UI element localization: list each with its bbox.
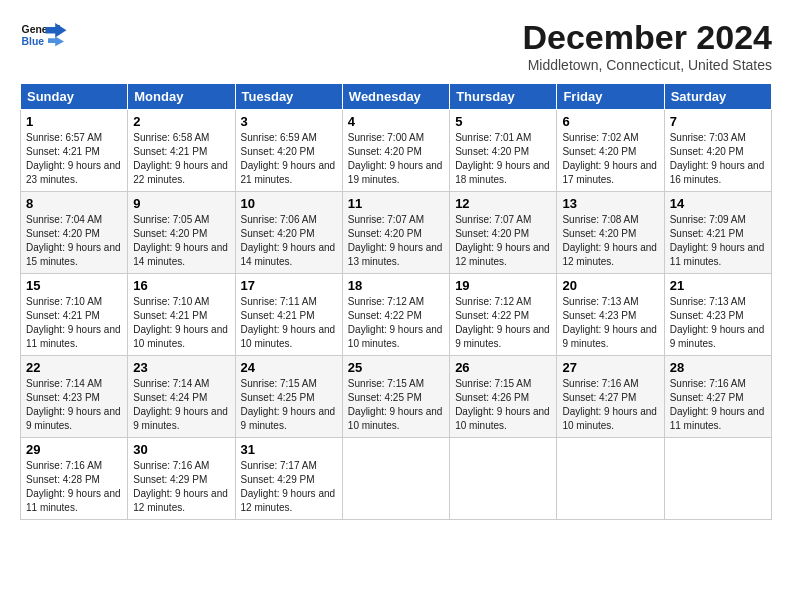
day-number: 11 bbox=[348, 196, 444, 211]
day-info: Sunrise: 7:09 AMSunset: 4:21 PMDaylight:… bbox=[670, 213, 766, 269]
day-number: 20 bbox=[562, 278, 658, 293]
calendar-cell: 25Sunrise: 7:15 AMSunset: 4:25 PMDayligh… bbox=[342, 356, 449, 438]
calendar-cell bbox=[557, 438, 664, 520]
calendar-cell: 28Sunrise: 7:16 AMSunset: 4:27 PMDayligh… bbox=[664, 356, 771, 438]
day-number: 30 bbox=[133, 442, 229, 457]
day-number: 14 bbox=[670, 196, 766, 211]
day-number: 25 bbox=[348, 360, 444, 375]
day-number: 13 bbox=[562, 196, 658, 211]
day-info: Sunrise: 7:03 AMSunset: 4:20 PMDaylight:… bbox=[670, 131, 766, 187]
day-header-wednesday: Wednesday bbox=[342, 84, 449, 110]
calendar-cell: 20Sunrise: 7:13 AMSunset: 4:23 PMDayligh… bbox=[557, 274, 664, 356]
calendar-cell bbox=[664, 438, 771, 520]
calendar-cell: 10Sunrise: 7:06 AMSunset: 4:20 PMDayligh… bbox=[235, 192, 342, 274]
calendar-cell: 12Sunrise: 7:07 AMSunset: 4:20 PMDayligh… bbox=[450, 192, 557, 274]
calendar-cell: 8Sunrise: 7:04 AMSunset: 4:20 PMDaylight… bbox=[21, 192, 128, 274]
calendar-cell: 24Sunrise: 7:15 AMSunset: 4:25 PMDayligh… bbox=[235, 356, 342, 438]
day-header-monday: Monday bbox=[128, 84, 235, 110]
calendar-cell bbox=[450, 438, 557, 520]
day-number: 23 bbox=[133, 360, 229, 375]
day-info: Sunrise: 7:07 AMSunset: 4:20 PMDaylight:… bbox=[455, 213, 551, 269]
day-number: 1 bbox=[26, 114, 122, 129]
calendar-week-row: 15Sunrise: 7:10 AMSunset: 4:21 PMDayligh… bbox=[21, 274, 772, 356]
day-number: 16 bbox=[133, 278, 229, 293]
calendar-title: December 2024 bbox=[522, 18, 772, 57]
svg-marker-3 bbox=[48, 37, 64, 47]
calendar-cell: 9Sunrise: 7:05 AMSunset: 4:20 PMDaylight… bbox=[128, 192, 235, 274]
day-number: 4 bbox=[348, 114, 444, 129]
day-number: 17 bbox=[241, 278, 337, 293]
calendar-cell: 17Sunrise: 7:11 AMSunset: 4:21 PMDayligh… bbox=[235, 274, 342, 356]
day-info: Sunrise: 7:12 AMSunset: 4:22 PMDaylight:… bbox=[455, 295, 551, 351]
day-number: 6 bbox=[562, 114, 658, 129]
calendar-cell: 6Sunrise: 7:02 AMSunset: 4:20 PMDaylight… bbox=[557, 110, 664, 192]
day-header-friday: Friday bbox=[557, 84, 664, 110]
day-info: Sunrise: 7:06 AMSunset: 4:20 PMDaylight:… bbox=[241, 213, 337, 269]
day-number: 2 bbox=[133, 114, 229, 129]
day-info: Sunrise: 7:16 AMSunset: 4:27 PMDaylight:… bbox=[670, 377, 766, 433]
calendar-cell: 31Sunrise: 7:17 AMSunset: 4:29 PMDayligh… bbox=[235, 438, 342, 520]
calendar-cell: 11Sunrise: 7:07 AMSunset: 4:20 PMDayligh… bbox=[342, 192, 449, 274]
day-number: 8 bbox=[26, 196, 122, 211]
calendar-cell: 27Sunrise: 7:16 AMSunset: 4:27 PMDayligh… bbox=[557, 356, 664, 438]
calendar-cell: 29Sunrise: 7:16 AMSunset: 4:28 PMDayligh… bbox=[21, 438, 128, 520]
day-info: Sunrise: 7:00 AMSunset: 4:20 PMDaylight:… bbox=[348, 131, 444, 187]
calendar-cell: 16Sunrise: 7:10 AMSunset: 4:21 PMDayligh… bbox=[128, 274, 235, 356]
calendar-week-row: 22Sunrise: 7:14 AMSunset: 4:23 PMDayligh… bbox=[21, 356, 772, 438]
day-info: Sunrise: 7:10 AMSunset: 4:21 PMDaylight:… bbox=[26, 295, 122, 351]
day-number: 28 bbox=[670, 360, 766, 375]
title-block: December 2024 Middletown, Connecticut, U… bbox=[522, 18, 772, 73]
day-info: Sunrise: 6:57 AMSunset: 4:21 PMDaylight:… bbox=[26, 131, 122, 187]
logo: General Blue bbox=[20, 18, 68, 56]
day-number: 22 bbox=[26, 360, 122, 375]
day-info: Sunrise: 7:10 AMSunset: 4:21 PMDaylight:… bbox=[133, 295, 229, 351]
day-info: Sunrise: 7:04 AMSunset: 4:20 PMDaylight:… bbox=[26, 213, 122, 269]
day-number: 24 bbox=[241, 360, 337, 375]
calendar-cell: 14Sunrise: 7:09 AMSunset: 4:21 PMDayligh… bbox=[664, 192, 771, 274]
day-number: 9 bbox=[133, 196, 229, 211]
header: General Blue December 2024 Middletown, C… bbox=[20, 18, 772, 73]
day-info: Sunrise: 7:01 AMSunset: 4:20 PMDaylight:… bbox=[455, 131, 551, 187]
day-info: Sunrise: 7:12 AMSunset: 4:22 PMDaylight:… bbox=[348, 295, 444, 351]
calendar-cell: 19Sunrise: 7:12 AMSunset: 4:22 PMDayligh… bbox=[450, 274, 557, 356]
day-number: 15 bbox=[26, 278, 122, 293]
calendar-cell: 21Sunrise: 7:13 AMSunset: 4:23 PMDayligh… bbox=[664, 274, 771, 356]
calendar-week-row: 29Sunrise: 7:16 AMSunset: 4:28 PMDayligh… bbox=[21, 438, 772, 520]
day-header-thursday: Thursday bbox=[450, 84, 557, 110]
day-info: Sunrise: 7:15 AMSunset: 4:26 PMDaylight:… bbox=[455, 377, 551, 433]
calendar-cell: 22Sunrise: 7:14 AMSunset: 4:23 PMDayligh… bbox=[21, 356, 128, 438]
calendar-cell: 13Sunrise: 7:08 AMSunset: 4:20 PMDayligh… bbox=[557, 192, 664, 274]
svg-text:Blue: Blue bbox=[22, 36, 45, 47]
day-headers-row: SundayMondayTuesdayWednesdayThursdayFrid… bbox=[21, 84, 772, 110]
day-info: Sunrise: 7:13 AMSunset: 4:23 PMDaylight:… bbox=[670, 295, 766, 351]
calendar-table: SundayMondayTuesdayWednesdayThursdayFrid… bbox=[20, 83, 772, 520]
calendar-subtitle: Middletown, Connecticut, United States bbox=[522, 57, 772, 73]
day-info: Sunrise: 7:08 AMSunset: 4:20 PMDaylight:… bbox=[562, 213, 658, 269]
calendar-cell bbox=[342, 438, 449, 520]
calendar-cell: 15Sunrise: 7:10 AMSunset: 4:21 PMDayligh… bbox=[21, 274, 128, 356]
day-info: Sunrise: 7:15 AMSunset: 4:25 PMDaylight:… bbox=[241, 377, 337, 433]
day-info: Sunrise: 7:16 AMSunset: 4:29 PMDaylight:… bbox=[133, 459, 229, 515]
day-info: Sunrise: 7:17 AMSunset: 4:29 PMDaylight:… bbox=[241, 459, 337, 515]
calendar-cell: 23Sunrise: 7:14 AMSunset: 4:24 PMDayligh… bbox=[128, 356, 235, 438]
calendar-cell: 7Sunrise: 7:03 AMSunset: 4:20 PMDaylight… bbox=[664, 110, 771, 192]
day-number: 3 bbox=[241, 114, 337, 129]
calendar-cell: 2Sunrise: 6:58 AMSunset: 4:21 PMDaylight… bbox=[128, 110, 235, 192]
day-number: 31 bbox=[241, 442, 337, 457]
day-number: 7 bbox=[670, 114, 766, 129]
day-number: 29 bbox=[26, 442, 122, 457]
day-header-sunday: Sunday bbox=[21, 84, 128, 110]
day-number: 5 bbox=[455, 114, 551, 129]
day-number: 12 bbox=[455, 196, 551, 211]
day-number: 18 bbox=[348, 278, 444, 293]
day-number: 21 bbox=[670, 278, 766, 293]
calendar-cell: 18Sunrise: 7:12 AMSunset: 4:22 PMDayligh… bbox=[342, 274, 449, 356]
calendar-cell: 1Sunrise: 6:57 AMSunset: 4:21 PMDaylight… bbox=[21, 110, 128, 192]
day-info: Sunrise: 6:58 AMSunset: 4:21 PMDaylight:… bbox=[133, 131, 229, 187]
day-number: 19 bbox=[455, 278, 551, 293]
day-info: Sunrise: 7:16 AMSunset: 4:27 PMDaylight:… bbox=[562, 377, 658, 433]
calendar-cell: 30Sunrise: 7:16 AMSunset: 4:29 PMDayligh… bbox=[128, 438, 235, 520]
calendar-cell: 3Sunrise: 6:59 AMSunset: 4:20 PMDaylight… bbox=[235, 110, 342, 192]
day-info: Sunrise: 7:02 AMSunset: 4:20 PMDaylight:… bbox=[562, 131, 658, 187]
day-number: 26 bbox=[455, 360, 551, 375]
